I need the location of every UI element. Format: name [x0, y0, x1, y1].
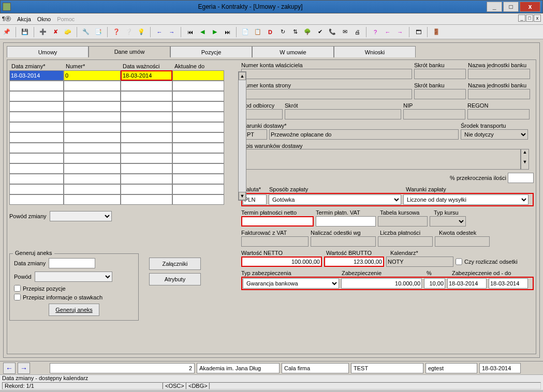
save-icon[interactable]: 💾	[20, 27, 30, 37]
doc-icon[interactable]: 📄	[241, 27, 250, 37]
zabezp-od-input[interactable]	[447, 278, 487, 289]
delete-icon[interactable]: ✘	[51, 27, 60, 37]
table-row[interactable]	[9, 132, 237, 143]
status-prev-button[interactable]: ←	[3, 363, 16, 374]
nav-left-icon[interactable]: ←	[155, 27, 164, 37]
scroll-up-icon[interactable]: ▲	[239, 72, 246, 80]
exit-icon[interactable]: 🚪	[432, 27, 441, 37]
generuj-aneks-button[interactable]: Generuj aneks	[49, 304, 99, 316]
cell-aktualne-do[interactable]	[172, 70, 224, 81]
warunki-zaplaty-select[interactable]: Liczone od daty wysyłki	[403, 194, 529, 205]
minimize-button[interactable]: _	[487, 2, 502, 12]
textarea-scroll-up-icon[interactable]: ▲	[521, 149, 529, 159]
fakturowac-input[interactable]	[241, 236, 309, 247]
data-zmiany-input[interactable]	[49, 258, 95, 268]
typ-kursu-select[interactable]	[430, 216, 466, 227]
d-icon[interactable]: D	[266, 27, 275, 37]
tab-umowy[interactable]: Umowy	[7, 46, 89, 57]
last-icon[interactable]: ⏭	[223, 27, 232, 37]
cell-data-zmiany[interactable]	[9, 70, 64, 81]
kwota-odestek-input[interactable]	[435, 236, 490, 247]
czy-rozliczac-checkbox[interactable]	[456, 257, 462, 267]
maximize-button[interactable]: □	[503, 2, 519, 12]
menu-okno[interactable]: Okno	[37, 16, 51, 22]
naliczac-odsetki-input[interactable]	[311, 236, 376, 247]
mdi-close-button[interactable]: x	[534, 14, 541, 22]
zabezp-do-input[interactable]	[489, 278, 528, 289]
tab-pozycje[interactable]: Pozycje	[170, 46, 252, 57]
mail-icon[interactable]: ✉	[340, 27, 349, 37]
status-field-akademia[interactable]	[197, 363, 280, 373]
nip-input[interactable]	[403, 109, 465, 119]
phone-icon[interactable]: 📞	[328, 27, 337, 37]
numer-konta-wl-input[interactable]	[241, 69, 412, 79]
nazwa-jednostki2-input[interactable]	[468, 89, 530, 99]
table-row[interactable]	[9, 153, 237, 163]
wartosc-netto-input[interactable]	[241, 257, 322, 267]
clear-icon[interactable]: 🧽	[63, 27, 72, 37]
kalendarz-input[interactable]	[386, 257, 453, 267]
opis-warunkow-textarea[interactable]	[241, 149, 521, 170]
grid-scrollbar[interactable]: ▲ ▼	[238, 71, 246, 201]
sort-icon[interactable]: ⇅	[290, 27, 300, 37]
nav2-right-icon[interactable]: →	[395, 27, 405, 37]
table-row[interactable]	[9, 194, 237, 205]
table-row[interactable]	[9, 163, 237, 174]
atrybuty-button[interactable]: Atrybuty	[149, 273, 201, 285]
status-field-test[interactable]	[351, 363, 423, 373]
add-icon[interactable]: ➕	[38, 27, 48, 37]
copy-icon[interactable]: 📋	[253, 27, 262, 37]
skrot-banku-input[interactable]	[414, 69, 466, 79]
tab-w-umowie[interactable]: W umowie	[252, 46, 334, 57]
wartosc-brutto-input[interactable]	[324, 257, 384, 267]
numer-konta-str-input[interactable]	[241, 89, 412, 99]
cell-numer[interactable]	[64, 70, 121, 81]
mdi-minimize-button[interactable]: _	[518, 14, 525, 22]
first-icon[interactable]: ⏮	[185, 27, 195, 37]
kod-odbiorcy-input[interactable]	[241, 109, 283, 119]
table-row[interactable]	[9, 143, 237, 153]
info-icon[interactable]: ❔	[124, 27, 134, 37]
table-row[interactable]	[9, 81, 237, 91]
liczba-platnosci-input[interactable]	[378, 236, 433, 247]
powod-select[interactable]	[35, 272, 112, 282]
table-row[interactable]	[9, 70, 237, 81]
next-icon[interactable]: ▶	[210, 27, 219, 37]
help2-icon[interactable]: ?	[371, 27, 380, 37]
table-row[interactable]	[9, 184, 237, 194]
textarea-scroll-down-icon[interactable]: ▼	[521, 159, 529, 169]
przepisz-pozycje-checkbox[interactable]	[14, 285, 21, 292]
zalaczniki-button[interactable]: Załączniki	[149, 258, 201, 270]
tool-icon-2[interactable]: 📑	[94, 27, 103, 37]
tab-dane-umow[interactable]: Dane umów	[89, 46, 170, 57]
help-icon[interactable]: ❓	[112, 27, 121, 37]
lightbulb-icon[interactable]: 💡	[137, 27, 146, 37]
table-row[interactable]	[9, 174, 237, 184]
status-next-button[interactable]: →	[18, 363, 30, 374]
skrot-input[interactable]	[285, 109, 401, 119]
menu-pomoc[interactable]: Pomoc	[57, 16, 75, 22]
pct-przekroczenia-input[interactable]	[508, 173, 534, 183]
check-icon[interactable]: ✔	[315, 27, 325, 37]
prev-icon[interactable]: ◀	[198, 27, 207, 37]
pct-input[interactable]	[424, 278, 445, 289]
tool-icon-1[interactable]: 🔧	[81, 27, 91, 37]
table-row[interactable]	[9, 122, 237, 132]
termin-vat-input[interactable]	[316, 216, 376, 227]
close-button[interactable]: x	[520, 2, 540, 12]
status-field-egtest[interactable]	[425, 363, 477, 373]
powod-zmiany-select[interactable]	[50, 211, 112, 221]
przepisz-stawki-checkbox[interactable]	[14, 294, 21, 300]
menu-akcja[interactable]: Akcja	[17, 16, 31, 22]
nav2-left-icon[interactable]: ←	[383, 27, 392, 37]
typ-zabezp-select[interactable]: Gwarancja bankowa	[243, 278, 339, 289]
status-field-date[interactable]	[479, 363, 521, 373]
print-icon[interactable]: 🖨	[353, 27, 362, 37]
table-row[interactable]	[9, 101, 237, 112]
refresh-icon[interactable]: ↻	[278, 27, 287, 37]
status-field-1[interactable]	[50, 363, 195, 373]
nazwa-jednostki-input[interactable]	[468, 69, 530, 79]
srodek-transportu-select[interactable]: Nie dotyczy	[461, 129, 528, 140]
tabela-kursowa-input[interactable]	[378, 216, 428, 227]
warunki-dostawy-desc[interactable]	[269, 129, 459, 140]
